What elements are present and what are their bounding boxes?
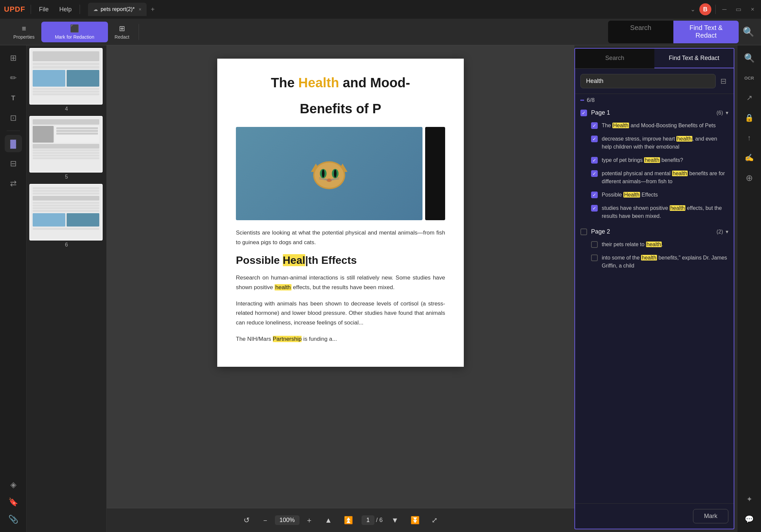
right-panel: 🔍 OCR ↗ 🔒 ↑ ✍ ⊕ ✦ 💬 [737,45,761,532]
page-1-chevron-icon[interactable]: ▾ [726,110,728,116]
result-item-1-1[interactable]: ✓ The Health and Mood-Boosting Benefits … [575,119,734,132]
zoom-value[interactable]: 100% [275,515,300,525]
sidebar-item-thumbnails[interactable]: ⊞ [5,49,22,67]
tab-find-text-redact[interactable]: Find Text & Redact [654,49,734,68]
thumb-label-5: 5 [29,174,104,180]
sidebar-bottom: ◈ 🔖 📎 [5,476,22,528]
result-item-2-1[interactable]: their pets relate to health. [575,238,734,251]
page-1-header[interactable]: ✓ Page 1 (6) ▾ [575,107,734,119]
redact-label: Redact [115,34,129,40]
properties-icon: ≡ [22,24,26,33]
expand-icon[interactable]: ⌄ [690,6,695,13]
section-cursor: | [305,254,308,266]
share-icon[interactable]: ↑ [741,129,758,147]
page-1-title: Page 1 [591,109,716,116]
sidebar-item-pages[interactable]: ⊡ [5,109,22,127]
protect-icon[interactable]: 🔒 [741,109,758,127]
result-text-1-3: type of pet brings health benefits? [602,156,683,164]
mark-button[interactable]: Mark [693,509,728,523]
top-right-area: ⌄ B ─ ▭ × [690,3,757,15]
menu-file[interactable]: File [36,5,51,14]
result-item-1-3[interactable]: ✓ type of pet brings health benefits? [575,154,734,167]
result-cb-1-5[interactable]: ✓ [591,192,598,198]
result-text-1-2: decrease stress, improve heart health, a… [602,135,728,151]
search-tab[interactable]: Search [608,21,673,43]
chat-icon[interactable]: 💬 [741,511,758,528]
result-count-text: 6/8 [587,97,595,104]
page-2-checkbox[interactable] [580,229,587,235]
result-item-2-2[interactable]: into some of the health benefits," expla… [575,251,734,272]
sidebar-item-attach[interactable]: 📎 [5,511,22,528]
title-keyword: Health [298,75,339,90]
sidebar-item-convert[interactable]: ⇄ [5,175,22,192]
result-cb-2-1[interactable] [591,241,598,248]
page-2-count: (2) [716,229,723,235]
result-cb-1-1[interactable]: ✓ [591,122,598,129]
search-right-icon[interactable]: 🔍 [741,49,758,67]
section-post: th Effects [308,254,357,266]
page-2-chevron-icon[interactable]: ▾ [726,229,728,235]
stamp-icon[interactable]: ⊕ [741,169,758,187]
tab-add-button[interactable]: + [149,4,156,15]
toolbar: ≡ Properties ⬛ Mark for Redaction ⊞ Reda… [0,19,761,45]
result-text-1-4: potential physical and mental health ben… [602,170,728,186]
thumbnail-page-6[interactable]: 6 [29,184,104,248]
properties-label: Properties [13,34,35,40]
result-cb-2-2[interactable] [591,255,598,261]
sidebar-item-annotation[interactable]: ✏ [5,69,22,87]
current-page[interactable]: 1 [362,515,374,525]
thumb-img-4 [29,48,103,105]
sign-icon[interactable]: ✍ [741,149,758,167]
rotate-left-button[interactable]: ↺ [240,514,253,527]
result-text-2-1: their pets relate to health. [602,241,663,249]
mark-redaction-label: Mark for Redaction [55,34,94,40]
avatar[interactable]: B [699,3,711,15]
page-1-checkbox[interactable]: ✓ [580,110,587,116]
thumbnail-page-5[interactable]: 5 [29,116,104,180]
convert-right-icon[interactable]: ↗ [741,89,758,107]
maximize-button[interactable]: ▭ [733,4,744,14]
top-divider-2 [80,5,80,14]
first-page-button[interactable]: ⏫ [341,514,356,527]
properties-button[interactable]: ≡ Properties [7,22,41,42]
result-cb-1-3[interactable]: ✓ [591,157,598,164]
close-button[interactable]: × [748,5,757,14]
search-input[interactable] [580,74,716,88]
tab-search[interactable]: Search [575,49,654,68]
page-group-2: Page 2 (2) ▾ their pets relate to health… [575,226,734,272]
tab-pets-report[interactable]: ☁ pets report(2)* × [88,3,147,16]
result-item-1-4[interactable]: ✓ potential physical and mental health b… [575,167,734,188]
minimize-button[interactable]: ─ [720,5,729,14]
page-2-header[interactable]: Page 2 (2) ▾ [575,226,734,238]
fit-page-button[interactable]: ⤢ [428,514,441,527]
sidebar-item-organize[interactable]: ⊟ [5,155,22,172]
result-cb-1-4[interactable]: ✓ [591,170,598,177]
total-pages: 6 [380,517,383,523]
sidebar-item-text[interactable]: T [5,89,22,107]
ai-icon[interactable]: ✦ [741,491,758,508]
sidebar-item-bookmark[interactable]: 🔖 [5,493,22,511]
zoom-out-button[interactable]: － [258,513,272,527]
filter-icon[interactable]: ⊟ [718,75,728,88]
sidebar-item-redact[interactable]: ▓ [5,135,22,152]
toolbar-separator [139,24,139,40]
next-page-button[interactable]: ▼ [388,514,402,527]
result-item-1-2[interactable]: ✓ decrease stress, improve heart health,… [575,132,734,154]
find-text-redact-tab[interactable]: Find Text & Redact [673,21,739,43]
mark-redaction-button[interactable]: ⬛ Mark for Redaction [41,22,108,42]
result-item-1-5[interactable]: ✓ Possible Health Effects [575,188,734,202]
result-cb-1-6[interactable]: ✓ [591,205,598,212]
sidebar-item-layers[interactable]: ◈ [5,476,22,493]
redact-button[interactable]: ⊞ Redact [108,22,136,42]
ocr-icon[interactable]: OCR [741,69,758,87]
thumb-img-5 [29,116,103,173]
tab-close-icon[interactable]: × [139,7,141,12]
result-item-1-6[interactable]: ✓ studies have shown positive health eff… [575,202,734,223]
search-icon-btn[interactable]: 🔍 [743,26,754,37]
result-cb-1-2[interactable]: ✓ [591,136,598,142]
zoom-in-button[interactable]: ＋ [302,513,316,527]
prev-page-button[interactable]: ▲ [322,514,336,527]
menu-help[interactable]: Help [57,5,74,14]
last-page-button[interactable]: ⏬ [407,514,423,527]
thumbnail-page-4[interactable]: 4 [29,48,104,112]
